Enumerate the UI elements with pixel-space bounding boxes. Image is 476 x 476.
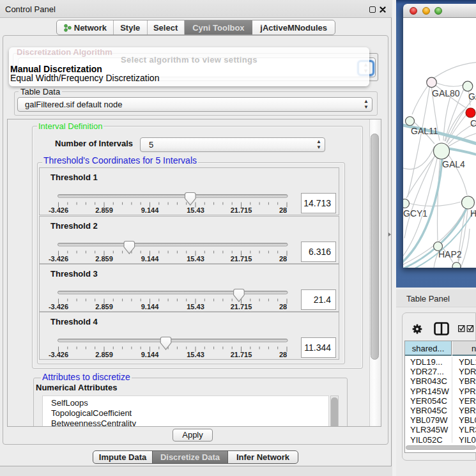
svg-text:H: H — [470, 208, 476, 219]
svg-text:GCY1: GCY1 — [403, 208, 427, 219]
svg-text:GAL80: GAL80 — [432, 88, 460, 98]
svg-text:HAP2: HAP2 — [438, 249, 462, 259]
svg-text:GAL11: GAL11 — [411, 126, 438, 136]
svg-text:GA: GA — [468, 91, 476, 102]
svg-text:GAL4: GAL4 — [442, 159, 465, 169]
svg-text:C: C — [470, 118, 476, 128]
